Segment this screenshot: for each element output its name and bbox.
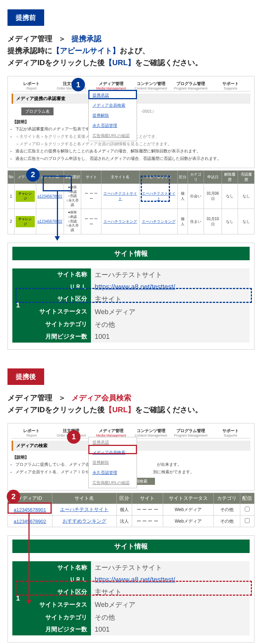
highlight-url-row-2 xyxy=(15,581,252,596)
dropdown-ad-url[interactable]: 広告掲載URLの確認 xyxy=(89,131,137,141)
intro-l3c: をご確認ください。 xyxy=(135,58,202,67)
site-info-panel: サイト情報 1サイト名称エーハチテストサイト ＵＲＬhttps://www.a8… xyxy=(7,243,255,350)
table-row: a12345678902 おすすめランキング 法人 ー ー ー ー Webメディ… xyxy=(8,516,255,527)
deliver-checkbox[interactable] xyxy=(245,507,250,511)
section-tag-before: 提携前 xyxy=(7,9,44,26)
site-no: 1 xyxy=(12,561,24,635)
callout-1: 1 xyxy=(71,78,85,91)
callout-1-red: 1 xyxy=(67,430,80,444)
th2-kubun: 区分 xyxy=(116,493,132,504)
section-tag-after: 提携後 xyxy=(7,368,44,385)
nav-program[interactable]: プログラム管理Program Management xyxy=(171,426,210,438)
site-name-link[interactable]: おすすめランキング xyxy=(52,516,116,527)
media-id-link-2[interactable]: a12345678902 xyxy=(8,516,52,527)
ui-after: レポートReport 注文管理Order Management メディア管理Me… xyxy=(7,423,255,491)
intro-l2a: 提携承認時に xyxy=(7,46,52,55)
dropdown-perm-deny[interactable]: 永久否認管理 xyxy=(89,121,137,131)
nav-report[interactable]: レポートReport xyxy=(12,426,51,438)
arrow-head-red xyxy=(26,600,31,604)
highlight-url-row xyxy=(15,288,252,303)
challenge-badge: チャレンジ xyxy=(16,191,35,202)
intro-2-l2c: をご確認ください。 xyxy=(135,405,202,414)
th2-site: サイト xyxy=(132,493,163,504)
nav-support[interactable]: サポートSupports xyxy=(211,426,250,438)
nav-program[interactable]: プログラム管理Program Management xyxy=(171,79,210,91)
site-info-panel-2: サイト情報 1サイト名称エーハチテストサイト ＵＲＬhttps://www.a8… xyxy=(7,535,255,643)
intro-l2b: 【アピールサイト】 xyxy=(52,46,120,55)
intro-keyword: 提携承認 xyxy=(71,34,101,43)
dropdown-cancel[interactable]: 提携解除 xyxy=(89,110,137,121)
arrow-head-1 xyxy=(55,236,60,241)
site-name-link[interactable]: エーハチテストサイト xyxy=(52,504,116,516)
program-label: プログラム名 xyxy=(21,107,54,115)
nav-report[interactable]: レポートReport xyxy=(12,79,51,91)
th-deny: 否認履歴 xyxy=(238,170,255,183)
arrow-down-1 xyxy=(57,191,58,236)
th2-status: サイトステータス xyxy=(163,493,213,504)
th2-name: サイト名 xyxy=(52,493,116,504)
dropdown-ad-url[interactable]: 広告掲載URLの確認 xyxy=(89,478,137,488)
intro-2-l2b: 【URL】 xyxy=(105,405,135,414)
site-no: 1 xyxy=(12,268,24,343)
challenge-badge: チャレンジ xyxy=(16,216,35,227)
nav-media[interactable]: メディア管理Media Management xyxy=(91,79,131,91)
site-detail-table: 1サイト名称エーハチテストサイト ＵＲＬhttps://www.a8.net/t… xyxy=(12,268,250,343)
intro-before: メディア管理 ＞ 提携承認 提携承認時に【アピールサイト】および、 メディアID… xyxy=(7,33,255,69)
th-cat: カテゴリ xyxy=(188,170,204,183)
nav-content[interactable]: コンテンツ管理Content Management xyxy=(131,426,171,438)
nav-media[interactable]: メディア管理Media Management xyxy=(91,426,131,438)
th-date: 申込日 xyxy=(204,170,222,183)
th2-cat: カテゴリ xyxy=(213,493,240,504)
highlight-media-id-2 xyxy=(7,502,52,514)
th-main: 主サイト名 xyxy=(101,170,139,183)
intro-media: メディア管理 xyxy=(7,34,52,43)
th-rel: 解除履歴 xyxy=(222,170,238,183)
th-no: No xyxy=(8,170,15,183)
dropdown-cancel[interactable]: 提携解除 xyxy=(89,458,137,468)
th2-deliver: 配信 xyxy=(240,493,254,504)
site-info-header: サイト情報 xyxy=(12,247,250,260)
intro-l2c: および、 xyxy=(120,46,150,55)
highlight-media-id xyxy=(43,176,72,191)
highlight-dropdown-2 xyxy=(88,445,137,454)
intro-keyword-2: メディア会員検索 xyxy=(71,394,131,402)
intro-l3a: メディアIDをクリックした後 xyxy=(7,58,105,67)
site-info-header-2: サイト情報 xyxy=(12,540,250,553)
dropdown-perm-deny[interactable]: 永久否認管理 xyxy=(89,468,137,478)
intro-l3b: 【URL】 xyxy=(105,58,135,67)
gt-icon: ＞ xyxy=(58,392,66,404)
dropdown-member-search[interactable]: メディア会員検索 xyxy=(89,100,137,110)
table-row: 2 チャレンジ a12345678902 ●保留○承認○否認○永久否認 ー ー … xyxy=(8,209,255,234)
approval-radios[interactable]: ●保留○承認○否認○永久否認 xyxy=(64,209,81,234)
nav-content[interactable]: コンテンツ管理Content Management xyxy=(131,79,171,91)
deliver-checkbox[interactable] xyxy=(245,518,250,523)
highlight-appeal xyxy=(141,176,170,202)
program-value: -0501） xyxy=(141,109,156,113)
intro-media-2: メディア管理 xyxy=(7,394,52,402)
main-site-link[interactable]: エーハチテストサイト xyxy=(101,183,139,209)
appeal-site-link[interactable]: エーハチランキング xyxy=(140,209,178,234)
callout-2: 2 xyxy=(26,168,40,182)
th-kubun: 区分 xyxy=(178,170,188,183)
media-id-link[interactable]: a12345678902 xyxy=(36,209,64,234)
intro-after: メディア管理 ＞ メディア会員検索 メディアIDをクリックした後【URL】をご確… xyxy=(7,392,255,416)
nav-support[interactable]: サポートSupports xyxy=(211,79,250,91)
highlight-dropdown xyxy=(88,90,137,99)
ui-before: レポートReport 注文管理Order Management メディア管理Me… xyxy=(7,76,255,168)
gt-icon: ＞ xyxy=(58,33,66,45)
site-detail-table-2: 1サイト名称エーハチテストサイト ＵＲＬhttps://www.a8.net/t… xyxy=(12,561,250,635)
main-site-link[interactable]: エーハチランキング xyxy=(101,209,139,234)
th-site: サイト xyxy=(81,170,101,183)
intro-2-l2a: メディアIDをクリックした後 xyxy=(7,405,105,414)
